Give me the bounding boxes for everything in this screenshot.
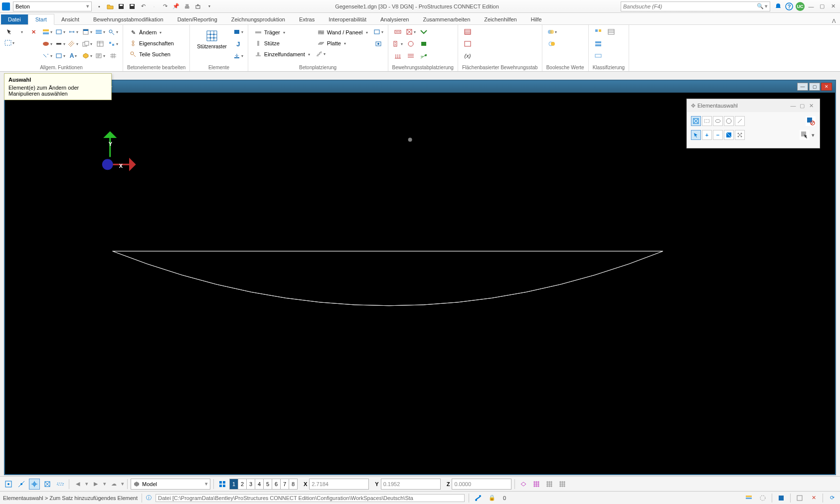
tab-bewehrung[interactable]: Bewehrungsstabmodifikation [86,14,170,24]
properties-button[interactable] [95,39,106,49]
tab-extras[interactable]: Extras [292,14,322,24]
einzelfundament-button[interactable]: Einzelfundament [252,49,312,60]
class-3-button[interactable] [593,51,604,61]
tab-ansicht[interactable]: Ansicht [54,14,86,24]
palette-titlebar[interactable]: ✥ Elementauswahl — ▢ ✕ [687,99,820,112]
view-num-1[interactable]: 1 [229,479,238,490]
snap-1-icon[interactable] [3,479,14,490]
status-dgn-icon[interactable] [795,494,805,503]
snap-3-icon[interactable] [29,479,40,490]
selmode-circle-icon[interactable] [724,116,734,126]
element-budget-button[interactable] [233,27,244,37]
grid-display-2-icon[interactable] [531,479,542,490]
selmethod-select-icon[interactable] [800,130,810,140]
fence-tool-button[interactable] [4,38,15,48]
keyin-button[interactable] [95,51,106,61]
qat-customize-icon[interactable] [204,2,213,11]
rebar-9-button[interactable] [418,51,429,61]
rebar-6-button[interactable] [405,51,416,61]
models-button[interactable] [82,51,93,61]
rebar-7-button[interactable] [418,27,429,37]
ribbon-search[interactable]: 🔍 ▾ [621,1,770,11]
traeger-button[interactable]: Träger [252,27,312,38]
tab-zusammen[interactable]: Zusammenarbeiten [416,14,478,24]
snap-2-icon[interactable] [16,479,27,490]
status-snap-icon[interactable] [473,494,483,503]
area-var-button[interactable]: (x) [462,51,473,61]
rebar-8-button[interactable] [418,39,429,49]
tab-hilfe[interactable]: Hilfe [524,14,549,24]
tool-dimension-button[interactable] [68,27,79,37]
view-num-7[interactable]: 7 [280,479,289,490]
redo-icon[interactable]: ↷ [161,2,169,11]
tab-interop[interactable]: Interoperabilität [322,14,373,24]
close-button[interactable]: ✕ [828,1,838,11]
view-num-4[interactable]: 4 [255,479,264,490]
tab-zeichnung[interactable]: Zeichnungsproduktion [224,14,292,24]
grid-display-1-icon[interactable] [518,479,529,490]
palette-close-button[interactable]: ✕ [807,103,816,109]
status-file-field[interactable]: Datei [C:\ProgramData\Bentley\ProStructu… [156,494,465,502]
stuetzenraster-button[interactable]: Stützenraster [194,27,229,50]
attributes-color-button[interactable] [42,39,53,49]
selmethod-all-icon[interactable] [735,130,745,140]
views-manage-icon[interactable] [217,479,228,490]
elementauswahl-palette[interactable]: ✥ Elementauswahl — ▢ ✕ + − ▾ [686,99,820,148]
snap-5-icon[interactable] [55,479,66,490]
attributes-weight-button[interactable] [55,39,66,49]
view-num-5[interactable]: 5 [263,479,272,490]
class-2-button[interactable] [593,39,604,49]
workflow-combo[interactable]: Beton ▾ [13,1,92,11]
search-input[interactable] [623,3,757,9]
grid-display-3-icon[interactable] [544,479,555,490]
selmethod-add-icon[interactable]: + [702,130,712,140]
platte-button[interactable]: Platte [315,38,370,49]
view-num-6[interactable]: 6 [272,479,281,490]
save-icon[interactable] [117,2,126,11]
eigenschaften-button[interactable]: Eigenschaften [127,38,176,49]
nav-prev-icon[interactable]: ◀ [72,479,83,490]
attributes-fill-button[interactable] [55,51,66,61]
status-display-icon[interactable] [758,494,768,503]
status-info-icon[interactable]: ⓘ [146,494,152,502]
coord-x-value[interactable]: 2.7184 [309,479,369,490]
print-icon[interactable]: 🖶 [182,2,191,11]
area-2-button[interactable] [462,39,473,49]
view-close-button[interactable]: ✕ [821,83,832,91]
tab-file[interactable]: Datei [1,14,28,24]
tool-grid-button[interactable] [108,51,119,61]
tool-group-button[interactable] [108,39,119,49]
area-1-button[interactable] [462,27,473,37]
view-minimize-button[interactable]: — [797,83,808,91]
tool-text-button[interactable]: A [68,51,79,61]
export-icon[interactable] [193,2,202,11]
bool-1-button[interactable] [546,27,557,37]
attributes-cell-button[interactable] [55,27,66,37]
pin-icon[interactable]: 📌 [171,2,180,11]
selmode-line-icon[interactable] [735,116,745,126]
open-icon[interactable] [106,2,115,11]
snap-4-icon[interactable] [42,479,53,490]
teile-suchen-button[interactable]: Teile Suchen [127,49,176,60]
attributes-level-button[interactable] [42,27,53,37]
nav-next-icon[interactable]: ▶ [90,479,101,490]
coord-y-value[interactable]: 0.1952 [381,479,441,490]
rebar-2-button[interactable] [392,39,403,49]
coord-z-value[interactable]: 0.0000 [452,479,511,490]
status-refresh-icon[interactable]: ⟳ [827,494,837,503]
selmethod-subtract-icon[interactable]: − [713,130,723,140]
wand-button[interactable]: Wand / Paneel [315,27,370,38]
attributes-linetype-button[interactable] [42,51,53,61]
help-icon[interactable]: ? [784,1,794,11]
status-close-icon[interactable]: ✕ [809,494,819,503]
collapse-ribbon-icon[interactable]: ᐱ [832,18,836,24]
explorer-button[interactable] [82,27,93,37]
element-j-button[interactable]: J [233,39,244,49]
notifications-icon[interactable] [773,1,783,11]
selmode-disable-icon[interactable] [806,116,816,126]
class-4-button[interactable] [606,27,617,37]
view-num-3[interactable]: 3 [246,479,255,490]
aendern-button[interactable]: ✎Ändern [127,27,176,38]
undo-icon[interactable]: ↶ [139,2,148,11]
rebar-5-button[interactable] [405,39,416,49]
